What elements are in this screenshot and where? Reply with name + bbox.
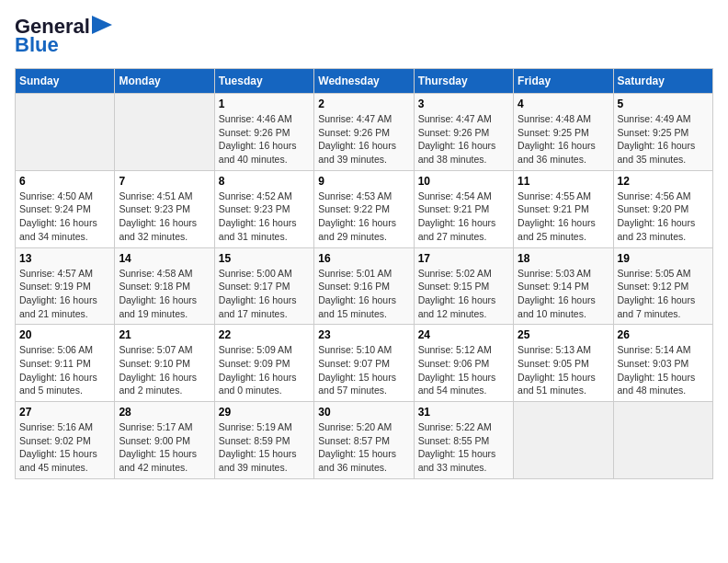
day-info: Sunrise: 5:16 AM Sunset: 9:02 PM Dayligh… <box>19 420 110 475</box>
day-number: 20 <box>19 328 110 341</box>
day-info: Sunrise: 4:54 AM Sunset: 9:21 PM Dayligh… <box>418 190 509 244</box>
calendar-cell: 1Sunrise: 4:46 AM Sunset: 9:26 PM Daylig… <box>214 94 313 171</box>
day-info: Sunrise: 4:58 AM Sunset: 9:18 PM Dayligh… <box>119 267 210 321</box>
day-info: Sunrise: 5:03 AM Sunset: 9:14 PM Dayligh… <box>518 267 609 321</box>
day-info: Sunrise: 4:49 AM Sunset: 9:25 PM Dayligh… <box>618 112 709 167</box>
day-info: Sunrise: 4:47 AM Sunset: 9:26 PM Dayligh… <box>318 112 409 167</box>
header-day-thursday: Thursday <box>414 69 513 94</box>
calendar-cell: 28Sunrise: 5:17 AM Sunset: 9:00 PM Dayli… <box>115 402 214 479</box>
day-info: Sunrise: 4:52 AM Sunset: 9:23 PM Dayligh… <box>219 190 310 244</box>
day-number: 30 <box>318 406 409 419</box>
calendar-week-row: 27Sunrise: 5:16 AM Sunset: 9:02 PM Dayli… <box>16 402 713 479</box>
day-number: 17 <box>418 252 509 265</box>
calendar-cell: 30Sunrise: 5:20 AM Sunset: 8:57 PM Dayli… <box>314 402 414 479</box>
day-info: Sunrise: 5:01 AM Sunset: 9:16 PM Dayligh… <box>318 267 409 321</box>
calendar-week-row: 1Sunrise: 4:46 AM Sunset: 9:26 PM Daylig… <box>16 94 713 171</box>
day-info: Sunrise: 4:50 AM Sunset: 9:24 PM Dayligh… <box>19 190 110 244</box>
calendar-cell: 29Sunrise: 5:19 AM Sunset: 8:59 PM Dayli… <box>214 402 313 479</box>
calendar-cell: 4Sunrise: 4:48 AM Sunset: 9:25 PM Daylig… <box>514 94 613 171</box>
day-info: Sunrise: 4:46 AM Sunset: 9:26 PM Dayligh… <box>219 112 310 167</box>
day-number: 3 <box>418 98 509 110</box>
calendar-cell: 13Sunrise: 4:57 AM Sunset: 9:19 PM Dayli… <box>16 247 115 325</box>
calendar-table: SundayMondayTuesdayWednesdayThursdayFrid… <box>15 68 713 479</box>
day-number: 16 <box>318 252 409 265</box>
day-number: 31 <box>418 406 509 419</box>
calendar-cell <box>16 94 115 171</box>
day-info: Sunrise: 5:13 AM Sunset: 9:05 PM Dayligh… <box>518 343 609 397</box>
day-number: 27 <box>19 406 110 419</box>
day-number: 6 <box>19 175 110 188</box>
day-number: 5 <box>618 98 709 110</box>
day-info: Sunrise: 4:55 AM Sunset: 9:21 PM Dayligh… <box>518 190 609 244</box>
day-info: Sunrise: 4:56 AM Sunset: 9:20 PM Dayligh… <box>618 190 709 244</box>
logo-arrow-icon <box>92 16 112 34</box>
calendar-cell: 17Sunrise: 5:02 AM Sunset: 9:15 PM Dayli… <box>414 247 513 325</box>
day-number: 28 <box>119 406 210 419</box>
day-info: Sunrise: 5:19 AM Sunset: 8:59 PM Dayligh… <box>219 420 310 475</box>
calendar-cell: 14Sunrise: 4:58 AM Sunset: 9:18 PM Dayli… <box>115 247 214 325</box>
day-info: Sunrise: 5:02 AM Sunset: 9:15 PM Dayligh… <box>418 267 509 321</box>
calendar-cell: 6Sunrise: 4:50 AM Sunset: 9:24 PM Daylig… <box>16 170 115 247</box>
calendar-cell: 11Sunrise: 4:55 AM Sunset: 9:21 PM Dayli… <box>514 170 613 247</box>
day-number: 29 <box>219 406 310 419</box>
calendar-cell: 7Sunrise: 4:51 AM Sunset: 9:23 PM Daylig… <box>115 170 214 247</box>
calendar-week-row: 13Sunrise: 4:57 AM Sunset: 9:19 PM Dayli… <box>16 247 713 325</box>
svg-marker-0 <box>92 16 112 34</box>
calendar-cell: 25Sunrise: 5:13 AM Sunset: 9:05 PM Dayli… <box>514 325 613 402</box>
calendar-cell: 31Sunrise: 5:22 AM Sunset: 8:55 PM Dayli… <box>414 402 513 479</box>
calendar-cell: 19Sunrise: 5:05 AM Sunset: 9:12 PM Dayli… <box>613 247 712 325</box>
day-number: 1 <box>219 98 310 110</box>
day-info: Sunrise: 5:09 AM Sunset: 9:09 PM Dayligh… <box>219 343 310 397</box>
calendar-header-row: SundayMondayTuesdayWednesdayThursdayFrid… <box>16 69 713 94</box>
calendar-cell: 20Sunrise: 5:06 AM Sunset: 9:11 PM Dayli… <box>16 325 115 402</box>
calendar-cell <box>613 402 712 479</box>
day-number: 15 <box>219 252 310 265</box>
header-day-wednesday: Wednesday <box>314 69 414 94</box>
calendar-cell <box>514 402 613 479</box>
day-number: 8 <box>219 175 310 188</box>
day-info: Sunrise: 4:48 AM Sunset: 9:25 PM Dayligh… <box>518 112 609 167</box>
header-day-tuesday: Tuesday <box>214 69 313 94</box>
day-info: Sunrise: 5:14 AM Sunset: 9:03 PM Dayligh… <box>618 343 709 397</box>
day-number: 13 <box>19 252 110 265</box>
calendar-cell: 8Sunrise: 4:52 AM Sunset: 9:23 PM Daylig… <box>214 170 313 247</box>
calendar-week-row: 6Sunrise: 4:50 AM Sunset: 9:24 PM Daylig… <box>16 170 713 247</box>
day-number: 2 <box>318 98 409 110</box>
calendar-cell: 21Sunrise: 5:07 AM Sunset: 9:10 PM Dayli… <box>115 325 214 402</box>
calendar-cell: 23Sunrise: 5:10 AM Sunset: 9:07 PM Dayli… <box>314 325 414 402</box>
day-number: 9 <box>318 175 409 188</box>
day-number: 14 <box>119 252 210 265</box>
day-number: 10 <box>418 175 509 188</box>
header-day-saturday: Saturday <box>613 69 712 94</box>
day-number: 18 <box>518 252 609 265</box>
day-info: Sunrise: 4:53 AM Sunset: 9:22 PM Dayligh… <box>318 190 409 244</box>
day-info: Sunrise: 4:47 AM Sunset: 9:26 PM Dayligh… <box>418 112 509 167</box>
calendar-cell: 10Sunrise: 4:54 AM Sunset: 9:21 PM Dayli… <box>414 170 513 247</box>
day-number: 21 <box>119 328 210 341</box>
day-info: Sunrise: 5:07 AM Sunset: 9:10 PM Dayligh… <box>119 343 210 397</box>
calendar-cell: 3Sunrise: 4:47 AM Sunset: 9:26 PM Daylig… <box>414 94 513 171</box>
calendar-cell: 26Sunrise: 5:14 AM Sunset: 9:03 PM Dayli… <box>613 325 712 402</box>
day-number: 23 <box>318 328 409 341</box>
calendar-cell: 16Sunrise: 5:01 AM Sunset: 9:16 PM Dayli… <box>314 247 414 325</box>
calendar-cell: 18Sunrise: 5:03 AM Sunset: 9:14 PM Dayli… <box>514 247 613 325</box>
day-number: 25 <box>518 328 609 341</box>
day-info: Sunrise: 5:12 AM Sunset: 9:06 PM Dayligh… <box>418 343 509 397</box>
day-info: Sunrise: 5:10 AM Sunset: 9:07 PM Dayligh… <box>318 343 409 397</box>
day-info: Sunrise: 5:22 AM Sunset: 8:55 PM Dayligh… <box>418 420 509 475</box>
day-info: Sunrise: 4:57 AM Sunset: 9:19 PM Dayligh… <box>19 267 110 321</box>
day-info: Sunrise: 5:06 AM Sunset: 9:11 PM Dayligh… <box>19 343 110 397</box>
header-day-sunday: Sunday <box>16 69 115 94</box>
day-info: Sunrise: 5:17 AM Sunset: 9:00 PM Dayligh… <box>119 420 210 475</box>
calendar-cell: 12Sunrise: 4:56 AM Sunset: 9:20 PM Dayli… <box>613 170 712 247</box>
day-info: Sunrise: 5:00 AM Sunset: 9:17 PM Dayligh… <box>219 267 310 321</box>
calendar-cell: 27Sunrise: 5:16 AM Sunset: 9:02 PM Dayli… <box>16 402 115 479</box>
day-number: 26 <box>618 328 709 341</box>
logo-blue: Blue <box>15 33 59 57</box>
day-number: 4 <box>518 98 609 110</box>
day-number: 19 <box>618 252 709 265</box>
calendar-cell: 24Sunrise: 5:12 AM Sunset: 9:06 PM Dayli… <box>414 325 513 402</box>
calendar-cell: 22Sunrise: 5:09 AM Sunset: 9:09 PM Dayli… <box>214 325 313 402</box>
day-number: 12 <box>618 175 709 188</box>
calendar-cell <box>115 94 214 171</box>
